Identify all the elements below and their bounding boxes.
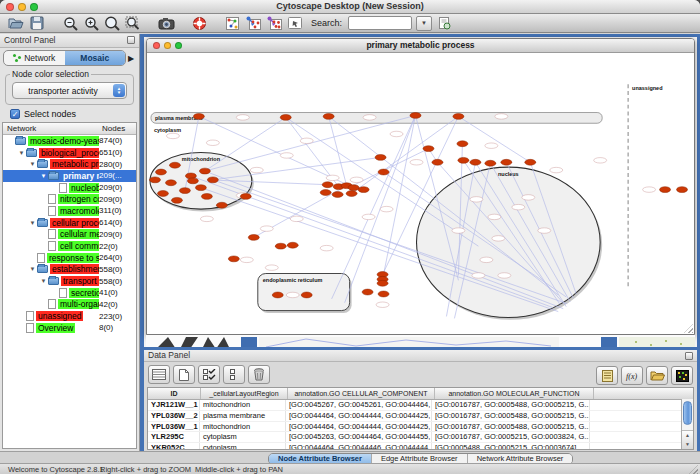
tree-row-mosaic-demo-yeast[interactable]: mosaic-demo-yeast874(0) [3, 135, 136, 147]
tree-row-response-to-stimul[interactable]: response to stimul264(0) [3, 252, 136, 264]
import-attributes-button[interactable] [646, 366, 668, 385]
network-node[interactable] [155, 169, 166, 175]
select-all-attributes-button[interactable] [198, 365, 220, 384]
expand-arrow-icon[interactable]: ▼ [17, 150, 26, 156]
scroll-up-arrow[interactable]: ▲ [682, 431, 693, 440]
network-node-label[interactable] [250, 167, 263, 172]
tab-network[interactable]: Network [4, 51, 65, 65]
network-node[interactable] [375, 154, 386, 160]
network-node[interactable] [458, 157, 469, 163]
network-node[interactable] [485, 160, 496, 166]
save-session-button[interactable] [28, 15, 46, 31]
node-color-dropdown[interactable]: transporter activity ▲▼ [12, 82, 127, 99]
network-node[interactable] [423, 146, 434, 152]
table-row[interactable]: YPL036W__2plasma membrane[GO:0044464, GO… [148, 411, 693, 422]
help-button[interactable] [190, 15, 208, 31]
network-node[interactable] [195, 185, 206, 191]
network-node-label[interactable] [492, 236, 505, 241]
open-session-button[interactable] [7, 15, 25, 31]
float-panel-icon[interactable] [127, 36, 135, 44]
network-node[interactable] [410, 113, 421, 119]
network-node[interactable] [187, 178, 198, 184]
network-node[interactable] [165, 180, 176, 186]
network-node[interactable] [332, 192, 343, 198]
expand-arrow-icon[interactable]: ▼ [28, 266, 37, 272]
network-graph[interactable]: plasma membranecytoplasmmitochondrionnuc… [147, 53, 694, 334]
network-node[interactable] [280, 114, 291, 120]
table-scrollbar[interactable]: ▲ ▼ [681, 399, 693, 449]
network-node[interactable] [362, 289, 373, 295]
network-node-label[interactable] [452, 228, 465, 233]
network-node-label[interactable] [286, 292, 299, 297]
network-node[interactable] [457, 141, 468, 147]
network-node-label[interactable] [200, 216, 213, 221]
network-node-label[interactable] [290, 216, 303, 221]
toolbar-network-button[interactable] [223, 15, 241, 31]
zoom-selected-button[interactable] [124, 15, 142, 31]
network-node[interactable] [348, 185, 359, 191]
toolbar-annotate-button[interactable] [286, 15, 304, 31]
float-data-panel-icon[interactable] [685, 352, 693, 360]
tree-row-cell-communicat[interactable]: cell communicat22(0) [3, 240, 136, 252]
network-node[interactable] [322, 182, 333, 188]
tree-row-establishment-of-lo[interactable]: ▼establishment of lo558(0) [3, 264, 136, 276]
network-node[interactable] [275, 243, 286, 249]
network-node[interactable] [378, 291, 389, 297]
scroll-down-arrow[interactable]: ▼ [682, 440, 693, 449]
network-node[interactable] [525, 159, 536, 165]
network-node-label[interactable] [470, 197, 483, 202]
attribute-matrix-button[interactable] [671, 366, 693, 385]
window-titlebar[interactable]: Cytoscape Desktop (New Session) [0, 0, 700, 14]
network-node[interactable] [453, 113, 464, 119]
zoom-in-button[interactable] [82, 15, 100, 31]
advanced-search-button[interactable] [435, 15, 453, 31]
network-window-titlebar[interactable]: primary metabolic process [147, 39, 694, 53]
toolbar-layout2-button[interactable] [265, 15, 283, 31]
zoom-out-button[interactable] [61, 15, 79, 31]
network-node-label[interactable] [594, 158, 607, 163]
network-node[interactable] [320, 190, 331, 196]
table-row[interactable]: YKR052Ccytoplasm[GO:0044464, GO:0044446,… [148, 443, 693, 450]
network-view-window[interactable]: primary metabolic process plasma membran… [146, 38, 695, 335]
tree-row-macromolecule[interactable]: macromolecule311(0) [3, 205, 136, 217]
network-node-label[interactable] [488, 214, 501, 219]
tree-row-cellular-process[interactable]: ▼cellular process614(0) [3, 217, 136, 229]
network-node[interactable] [660, 187, 671, 193]
network-node[interactable] [193, 113, 204, 119]
network-node-label[interactable] [166, 133, 179, 138]
network-node-label[interactable] [498, 273, 511, 278]
network-node[interactable] [157, 191, 168, 197]
network-node-label[interactable] [380, 206, 393, 211]
expand-arrow-icon[interactable]: ▼ [28, 220, 37, 226]
network-node[interactable] [432, 159, 443, 165]
network-node-label[interactable] [300, 138, 313, 143]
network-node-label[interactable] [550, 167, 563, 172]
network-node[interactable] [248, 234, 259, 240]
new-attribute-button[interactable] [173, 365, 195, 384]
snapshot-button[interactable] [157, 15, 175, 31]
delete-attribute-button[interactable] [248, 365, 270, 384]
network-node[interactable] [470, 159, 481, 165]
table-row[interactable]: YLR295Ccytoplasm[GO:0045263, GO:0044464,… [148, 432, 693, 443]
tree-row-nucleobase-[interactable]: nucleobase-209(0) [3, 182, 136, 194]
function-builder-button[interactable]: f(x) [621, 366, 643, 385]
network-node[interactable] [171, 197, 182, 203]
zoom-fit-button[interactable] [103, 15, 121, 31]
tree-row-metabolic-process[interactable]: ▼metabolic process280(0) [3, 158, 136, 170]
network-node[interactable] [358, 187, 369, 193]
expand-arrow-icon[interactable]: ▼ [39, 278, 48, 284]
network-node-label[interactable] [206, 140, 219, 145]
network-node-label[interactable] [363, 115, 376, 120]
network-node[interactable] [240, 194, 251, 200]
network-node-label[interactable] [350, 177, 363, 182]
search-input[interactable] [348, 16, 412, 30]
tree-row-multi-organism-pro[interactable]: multi-organism pro42(0) [3, 299, 136, 311]
toolbar-layout1-button[interactable] [244, 15, 262, 31]
network-node-label[interactable] [376, 302, 389, 307]
table-row[interactable]: YJR121W__1mitochondrion[GO:0045267, GO:0… [148, 400, 693, 411]
network-node-label[interactable] [410, 160, 423, 165]
network-node[interactable] [207, 177, 218, 183]
tree-row-transport[interactable]: ▼transport558(0) [3, 275, 136, 287]
network-node-label[interactable] [522, 195, 535, 200]
network-node[interactable] [169, 162, 180, 168]
